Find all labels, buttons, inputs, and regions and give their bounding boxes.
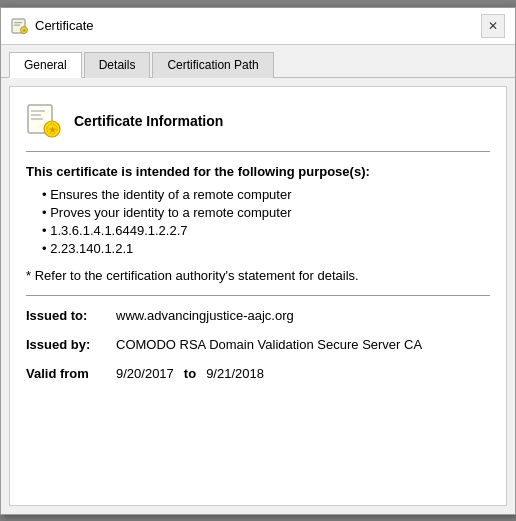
tab-bar: General Details Certification Path <box>1 45 515 78</box>
svg-rect-7 <box>31 114 41 116</box>
issued-by-value: COMODO RSA Domain Validation Secure Serv… <box>116 337 422 352</box>
tab-general[interactable]: General <box>9 52 82 78</box>
title-bar-left: ★ Certificate <box>11 17 94 35</box>
valid-to-connector: to <box>184 366 196 381</box>
cert-large-icon: ★ <box>26 103 62 139</box>
issued-to-row: Issued to: www.advancingjustice-aajc.org <box>26 308 490 323</box>
certificate-title-icon: ★ <box>11 17 29 35</box>
bullet-item: • Ensures the identity of a remote compu… <box>42 187 490 202</box>
issued-to-label: Issued to: <box>26 308 116 323</box>
cert-header-title: Certificate Information <box>74 113 223 129</box>
svg-rect-8 <box>31 118 43 120</box>
svg-rect-2 <box>14 24 20 25</box>
bullet-item: • Proves your identity to a remote compu… <box>42 205 490 220</box>
tab-details[interactable]: Details <box>84 52 151 78</box>
bullet-item: • 1.3.6.1.4.1.6449.1.2.2.7 <box>42 223 490 238</box>
issued-by-row: Issued by: COMODO RSA Domain Validation … <box>26 337 490 352</box>
cert-header: ★ Certificate Information <box>26 103 490 139</box>
content-area: ★ Certificate Information This certifica… <box>9 86 507 506</box>
valid-from-label: Valid from <box>26 366 116 381</box>
window-title: Certificate <box>35 18 94 33</box>
issued-to-value: www.advancingjustice-aajc.org <box>116 308 294 323</box>
valid-from-value: 9/20/2017 <box>116 366 174 381</box>
valid-dates: 9/20/2017 to 9/21/2018 <box>116 366 264 381</box>
certificate-window: ★ Certificate ✕ General Details Certific… <box>0 7 516 515</box>
bullet-item: • 2.23.140.1.2.1 <box>42 241 490 256</box>
bottom-divider <box>26 295 490 296</box>
refer-note: * Refer to the certification authority's… <box>26 268 490 283</box>
bullet-list: • Ensures the identity of a remote compu… <box>42 187 490 256</box>
svg-rect-1 <box>14 22 22 23</box>
valid-row: Valid from 9/20/2017 to 9/21/2018 <box>26 366 490 381</box>
valid-to-value: 9/21/2018 <box>206 366 264 381</box>
header-divider <box>26 151 490 152</box>
close-button[interactable]: ✕ <box>481 14 505 38</box>
tab-certification-path[interactable]: Certification Path <box>152 52 273 78</box>
svg-rect-6 <box>31 110 45 112</box>
purpose-title: This certificate is intended for the fol… <box>26 164 490 179</box>
issued-by-label: Issued by: <box>26 337 116 352</box>
title-bar: ★ Certificate ✕ <box>1 8 515 45</box>
